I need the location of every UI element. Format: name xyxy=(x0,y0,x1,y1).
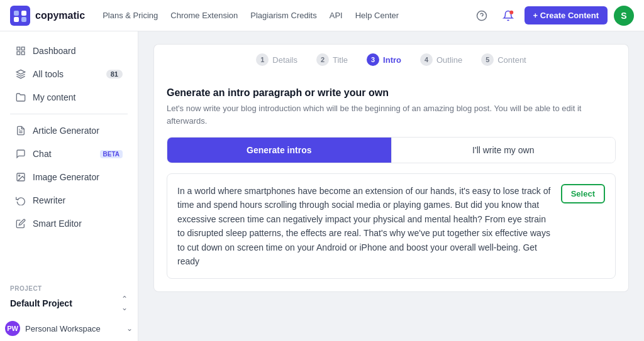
generate-intros-button[interactable]: Generate intros xyxy=(167,138,391,163)
sidebar-item-image-generator[interactable]: Image Generator xyxy=(5,166,133,188)
action-row: Generate intros I'll write my own xyxy=(167,137,616,163)
brand-name: copymatic xyxy=(35,10,85,21)
step-title-label: Title xyxy=(333,55,348,65)
card-description: Let's now write your blog introduction w… xyxy=(167,102,616,127)
refresh-icon xyxy=(15,195,26,206)
project-name: Default Project xyxy=(10,298,72,308)
sidebar-item-my-content[interactable]: My content xyxy=(5,86,133,109)
sidebar-label-all-tools: All tools xyxy=(33,69,64,79)
generated-text: In a world where smartphones have become… xyxy=(177,184,553,268)
write-own-button[interactable]: I'll write my own xyxy=(391,138,616,163)
nav-links: Plans & Pricing Chrome Extension Plagiar… xyxy=(103,11,466,20)
sidebar: Dashboard All tools 81 xyxy=(0,31,138,341)
workspace-name: Personal Workspace xyxy=(25,324,121,333)
workspace-chevron-icon: ⌄ xyxy=(126,324,133,333)
step-content-number: 5 xyxy=(481,53,494,66)
nav-help-center[interactable]: Help Center xyxy=(355,11,399,20)
main-layout: Dashboard All tools 81 xyxy=(0,31,644,341)
step-title[interactable]: 2 Title xyxy=(316,53,348,66)
all-tools-badge: 81 xyxy=(106,70,123,78)
sidebar-divider xyxy=(10,114,128,114)
step-intro-number: 3 xyxy=(367,53,379,66)
nav-plagiarism-credits[interactable]: Plagiarism Credits xyxy=(250,11,316,20)
sidebar-item-dashboard[interactable]: Dashboard xyxy=(5,40,133,62)
nav-plans-pricing[interactable]: Plans & Pricing xyxy=(103,11,158,20)
help-icon-button[interactable] xyxy=(472,6,492,26)
grid-icon xyxy=(15,45,26,57)
content-area: 1 Details 2 Title 3 Intro 4 Outline 5 Co… xyxy=(138,31,644,341)
step-content[interactable]: 5 Content xyxy=(481,53,526,66)
step-outline-number: 4 xyxy=(420,53,433,66)
main-card: Generate an intro paragraph or write you… xyxy=(153,75,629,292)
top-navigation: copymatic Plans & Pricing Chrome Extensi… xyxy=(0,0,644,31)
svg-rect-11 xyxy=(21,51,25,55)
step-intro-label: Intro xyxy=(383,55,401,65)
sidebar-item-chat[interactable]: Chat BETA xyxy=(5,143,133,165)
svg-point-7 xyxy=(509,10,513,14)
sidebar-label-smart-editor: Smart Editor xyxy=(33,219,82,229)
svg-rect-4 xyxy=(21,17,26,22)
step-title-number: 2 xyxy=(316,53,329,66)
steps-bar: 1 Details 2 Title 3 Intro 4 Outline 5 Co… xyxy=(153,44,629,75)
sidebar-label-chat: Chat xyxy=(33,149,52,159)
sidebar-label-rewriter: Rewriter xyxy=(33,195,65,205)
workspace-avatar: PW xyxy=(5,321,20,336)
edit-icon xyxy=(15,218,26,229)
svg-marker-12 xyxy=(16,70,25,74)
chat-beta-badge: BETA xyxy=(100,150,123,158)
sidebar-label-image-generator: Image Generator xyxy=(33,172,99,182)
project-section-label: PROJECT xyxy=(10,285,128,292)
step-details-number: 1 xyxy=(256,53,269,66)
svg-rect-9 xyxy=(21,47,25,50)
generated-card: In a world where smartphones have become… xyxy=(167,173,616,279)
project-section: PROJECT Default Project ⌃⌄ xyxy=(0,281,138,316)
svg-point-16 xyxy=(19,175,20,176)
sidebar-label-my-content: My content xyxy=(33,92,75,102)
step-details[interactable]: 1 Details xyxy=(256,53,297,66)
step-outline[interactable]: 4 Outline xyxy=(420,53,462,66)
logo[interactable]: copymatic xyxy=(10,6,85,26)
file-text-icon xyxy=(15,125,26,136)
nav-right: + Create Content S xyxy=(472,6,634,26)
create-content-button[interactable]: + Create Content xyxy=(525,6,608,24)
svg-rect-2 xyxy=(21,11,26,16)
svg-rect-10 xyxy=(17,51,20,55)
notifications-icon-button[interactable] xyxy=(498,6,518,26)
chevron-up-down-icon: ⌃⌄ xyxy=(121,295,128,312)
message-circle-icon xyxy=(15,148,26,160)
workspace-item[interactable]: PW Personal Workspace ⌄ xyxy=(0,316,138,341)
svg-rect-3 xyxy=(14,17,19,22)
sidebar-label-article-generator: Article Generator xyxy=(33,126,99,136)
svg-rect-8 xyxy=(17,47,20,50)
step-content-label: Content xyxy=(497,55,526,65)
folder-icon xyxy=(15,92,26,103)
project-selector[interactable]: Default Project ⌃⌄ xyxy=(10,292,128,315)
sidebar-menu: Dashboard All tools 81 xyxy=(0,31,138,281)
layers-icon xyxy=(15,68,26,80)
svg-rect-0 xyxy=(10,6,30,26)
sidebar-item-article-generator[interactable]: Article Generator xyxy=(5,119,133,142)
sidebar-label-dashboard: Dashboard xyxy=(33,46,76,56)
step-outline-label: Outline xyxy=(436,55,462,65)
step-intro[interactable]: 3 Intro xyxy=(367,53,401,66)
select-button[interactable]: Select xyxy=(561,184,605,203)
nav-api[interactable]: API xyxy=(330,11,343,20)
step-details-label: Details xyxy=(272,55,297,65)
user-avatar[interactable]: S xyxy=(614,6,634,26)
card-title: Generate an intro paragraph or write you… xyxy=(167,87,616,99)
sidebar-item-smart-editor[interactable]: Smart Editor xyxy=(5,212,133,235)
svg-rect-1 xyxy=(14,11,19,16)
sidebar-item-all-tools[interactable]: All tools 81 xyxy=(5,63,133,85)
sidebar-item-rewriter[interactable]: Rewriter xyxy=(5,189,133,212)
nav-chrome-extension[interactable]: Chrome Extension xyxy=(170,11,238,20)
image-icon xyxy=(15,171,26,183)
